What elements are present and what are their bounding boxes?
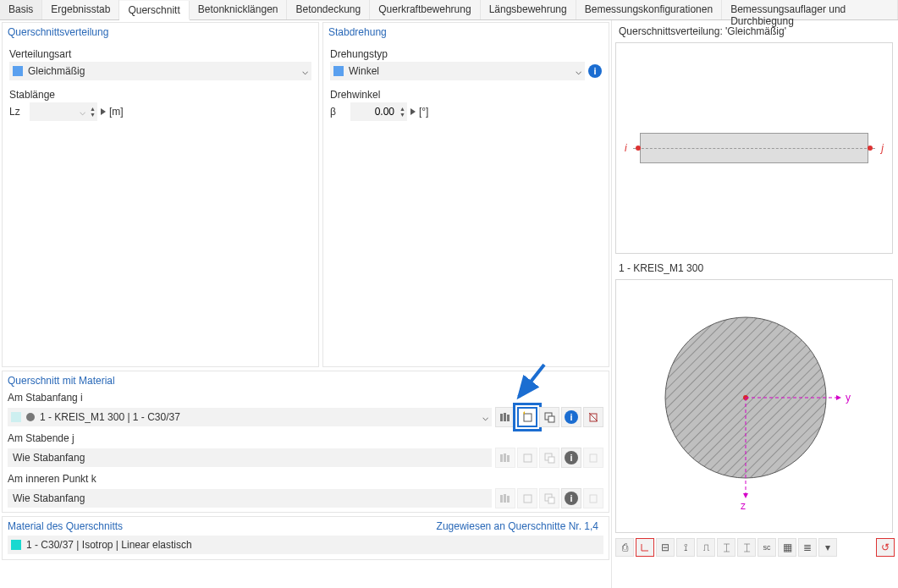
label-distribution-type: Verteilungsart bbox=[9, 48, 311, 60]
tool-section1[interactable]: ⌶ bbox=[717, 538, 735, 557]
spin-down-icon[interactable]: ▼ bbox=[88, 112, 97, 118]
tool-sc[interactable]: sc bbox=[758, 538, 776, 557]
axis-z-label: z bbox=[741, 500, 746, 512]
tab-betondeckung[interactable]: Betondeckung bbox=[287, 0, 370, 19]
tab-laengsbewehrung[interactable]: Längsbewehrung bbox=[481, 0, 576, 19]
tab-bemessungsauflager[interactable]: Bemessungsauflager und Durchbiegung bbox=[722, 0, 898, 19]
label-rotation-angle: Drehwinkel bbox=[330, 89, 602, 101]
svg-rect-22 bbox=[590, 495, 597, 503]
edit-section-button bbox=[539, 488, 559, 508]
svg-rect-5 bbox=[548, 416, 554, 422]
svg-rect-11 bbox=[507, 455, 510, 462]
label-inner: Am inneren Punkt k bbox=[3, 471, 609, 486]
info-icon: i bbox=[565, 410, 578, 424]
angle-value[interactable] bbox=[350, 103, 398, 120]
dropdown-start-section[interactable]: 1 - KREIS_M1 300 | 1 - C30/37 ⌵ bbox=[8, 408, 492, 426]
panel-distribution: Querschnittsverteilung Verteilungsart Gl… bbox=[2, 22, 319, 367]
chevron-down-icon: ⌵ bbox=[302, 65, 308, 77]
svg-rect-3 bbox=[524, 414, 532, 421]
length-value[interactable] bbox=[30, 103, 77, 120]
panel-rotation: Stabdrehung Drehungstyp Winkel ⌵ i Drehw… bbox=[322, 22, 609, 367]
library-button bbox=[495, 448, 515, 468]
chevron-down-icon[interactable]: ⌵ bbox=[77, 106, 88, 118]
svg-rect-1 bbox=[504, 413, 506, 421]
info-icon[interactable]: i bbox=[588, 64, 602, 78]
svg-rect-0 bbox=[500, 414, 503, 421]
info-button[interactable]: i bbox=[561, 448, 581, 468]
panel-title: Material des Querschnitts bbox=[8, 520, 123, 532]
dropdown-value: 1 - KREIS_M1 300 | 1 - C30/37 bbox=[40, 411, 180, 423]
svg-rect-15 bbox=[590, 454, 597, 462]
tab-bar: Basis Ergebnisstab Querschnitt Betonknic… bbox=[0, 0, 898, 20]
svg-rect-14 bbox=[548, 457, 554, 463]
panel-cross-section: Querschnitt mit Material Am Stabanfang i… bbox=[2, 371, 609, 513]
spin-down-icon[interactable]: ▼ bbox=[398, 112, 407, 118]
tool-axes[interactable] bbox=[636, 538, 654, 557]
new-section-button bbox=[517, 488, 537, 508]
svg-rect-18 bbox=[507, 496, 510, 503]
section-diagram: y z bbox=[644, 296, 864, 516]
tab-bemessungskonfigurationen[interactable]: Bemessungskonfigurationen bbox=[576, 0, 722, 19]
svg-rect-12 bbox=[524, 454, 532, 462]
library-button bbox=[495, 488, 515, 508]
dropdown-value: 1 - C30/37 | Isotrop | Linear elastisch bbox=[26, 539, 192, 551]
input-member-length[interactable]: ⌵ ▲ ▼ bbox=[30, 102, 97, 121]
info-button[interactable]: i bbox=[561, 488, 581, 508]
symbol-lz: Lz bbox=[9, 106, 26, 118]
section-shape-icon bbox=[26, 413, 35, 421]
tool-reset[interactable]: ↺ bbox=[876, 538, 895, 557]
label-start: Am Stabanfang i bbox=[3, 390, 609, 405]
tool-print[interactable]: ⎙ bbox=[615, 538, 634, 557]
tool-dimensions[interactable]: ⊟ bbox=[656, 538, 675, 557]
delete-button bbox=[583, 488, 603, 508]
unit-label: [°] bbox=[419, 106, 428, 118]
edit-section-button[interactable] bbox=[539, 407, 559, 427]
dropdown-rotation-type[interactable]: Winkel ⌵ bbox=[330, 62, 585, 80]
svg-rect-9 bbox=[500, 454, 503, 462]
svg-rect-19 bbox=[524, 495, 532, 503]
info-button[interactable]: i bbox=[561, 407, 581, 427]
info-icon: i bbox=[565, 492, 578, 505]
info-icon: i bbox=[565, 451, 578, 464]
label-j: j bbox=[881, 142, 884, 154]
dropdown-distribution-type[interactable]: Gleichmäßig ⌵ bbox=[9, 62, 311, 80]
library-button[interactable] bbox=[495, 407, 515, 427]
tab-basis[interactable]: Basis bbox=[0, 0, 42, 19]
dropdown-value: Winkel bbox=[349, 65, 379, 77]
tool-grid[interactable]: ▦ bbox=[778, 538, 796, 557]
axis-y-label: y bbox=[846, 392, 851, 404]
tab-querschnitt[interactable]: Querschnitt bbox=[119, 1, 189, 20]
new-section-button[interactable] bbox=[517, 407, 537, 427]
new-section-button bbox=[517, 448, 537, 468]
label-i: i bbox=[625, 142, 627, 154]
tab-betonknicklaengen[interactable]: Betonknicklängen bbox=[190, 0, 288, 19]
end-section-buttons: i bbox=[495, 448, 603, 468]
tool-list[interactable]: ≣ bbox=[798, 538, 817, 557]
tool-local[interactable]: ⎍ bbox=[697, 538, 715, 557]
preview-toolbar: ⎙ ⊟ ⟟ ⎍ ⌶ ⌶ sc ▦ ≣ ▾ ↺ bbox=[612, 536, 898, 558]
panel-title: Querschnitt mit Material bbox=[3, 371, 609, 390]
label-rotation-type: Drehungstyp bbox=[330, 48, 602, 60]
svg-rect-10 bbox=[504, 453, 506, 462]
svg-rect-2 bbox=[507, 415, 510, 421]
dropdown-material[interactable]: 1 - C30/37 | Isotrop | Linear elastisch bbox=[8, 536, 603, 554]
tab-querkraftbewehrung[interactable]: Querkraftbewehrung bbox=[370, 0, 480, 19]
preview-distribution: i j bbox=[615, 42, 893, 254]
delete-button[interactable] bbox=[583, 407, 603, 427]
chevron-down-icon: ⌵ bbox=[482, 411, 488, 423]
label-member-length: Stablänge bbox=[9, 89, 311, 101]
spin-up-icon[interactable]: ▲ bbox=[398, 106, 407, 112]
tab-ergebnisstab[interactable]: Ergebnisstab bbox=[42, 0, 119, 19]
start-section-buttons: i bbox=[495, 407, 603, 427]
tool-section2[interactable]: ⌶ bbox=[737, 538, 756, 557]
tool-ref[interactable]: ⟟ bbox=[676, 538, 695, 557]
tool-menu[interactable]: ▾ bbox=[818, 538, 837, 557]
input-rotation-angle[interactable]: ▲ ▼ bbox=[350, 102, 407, 121]
apply-icon[interactable] bbox=[101, 108, 106, 115]
color-swatch bbox=[11, 412, 21, 422]
edit-section-button bbox=[539, 448, 559, 468]
svg-rect-17 bbox=[504, 494, 506, 503]
dropdown-value: Gleichmäßig bbox=[28, 65, 85, 77]
apply-icon[interactable] bbox=[410, 108, 416, 115]
spin-up-icon[interactable]: ▲ bbox=[88, 106, 97, 112]
